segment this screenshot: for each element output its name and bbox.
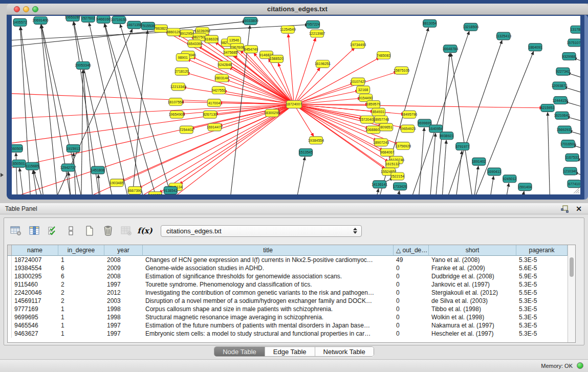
close-panel-icon[interactable]: ✕: [575, 205, 583, 213]
delete-icon[interactable]: [100, 223, 116, 238]
graph-node[interactable]: 8813054: [423, 19, 437, 27]
table-vertical-scrollbar[interactable]: [568, 245, 575, 342]
graph-node[interactable]: 1733426: [393, 183, 407, 190]
graph-node[interactable]: 10107427: [350, 78, 366, 85]
graph-node[interactable]: 1210340: [563, 167, 577, 175]
graph-node[interactable]: 18724007: [286, 101, 302, 108]
graph-node[interactable]: 13218506: [463, 23, 478, 31]
graph-node[interactable]: 9227342: [556, 68, 570, 75]
graph-node[interactable]: 9242848: [218, 61, 232, 69]
graph-node[interactable]: 9684067: [380, 149, 394, 157]
row-height-icon[interactable]: [63, 223, 79, 238]
graph-node[interactable]: 8267130: [203, 111, 217, 118]
graph-node[interactable]: 677410: [568, 180, 580, 188]
graph-node[interactable]: 1915913: [66, 145, 80, 152]
graph-node[interactable]: 15692931: [556, 126, 572, 134]
graph-node[interactable]: 7485083: [377, 52, 390, 59]
graph-node[interactable]: 850501: [12, 160, 26, 167]
graph-node[interactable]: 18495796: [401, 111, 417, 118]
graph-node[interactable]: 2718120: [175, 68, 189, 75]
tab-node-table[interactable]: Node Table: [214, 347, 265, 356]
column-header-out_de[interactable]: △ out_de…: [394, 245, 429, 256]
graph-node[interactable]: 8454749: [244, 46, 258, 53]
graph-node[interactable]: 9245012: [503, 175, 516, 183]
graph-node[interactable]: 19654903: [169, 111, 185, 118]
graph-node[interactable]: 1903485: [110, 179, 124, 187]
graph-node[interactable]: 1167533: [565, 154, 579, 161]
graph-node[interactable]: 16543392: [187, 40, 203, 48]
graph-node[interactable]: 1405572: [13, 18, 27, 26]
graph-node[interactable]: 1527602: [81, 16, 95, 22]
show-columns-icon[interactable]: [27, 223, 42, 238]
select-columns-icon[interactable]: [45, 223, 60, 238]
network-canvas[interactable]: 1872400778638228860128891295413226058982…: [12, 16, 580, 194]
panel-collapse-arrow-icon[interactable]: [1, 173, 4, 177]
table-mode-icon[interactable]: [8, 223, 24, 238]
graph-node[interactable]: 8186328: [205, 35, 219, 43]
table-row[interactable]: 1938455462009Genome-wide association stu…: [8, 264, 568, 272]
graph-node[interactable]: 10653287: [65, 16, 81, 21]
graph-node[interactable]: 6791977: [455, 143, 469, 150]
table-row[interactable]: 946554611997Estimation of the future num…: [8, 321, 568, 330]
graph-node[interactable]: 1690223: [148, 192, 162, 194]
graph-node[interactable]: 14136141: [372, 181, 387, 188]
scrollbar-thumb[interactable]: [570, 257, 574, 277]
new-column-icon[interactable]: [82, 223, 97, 238]
graph-node[interactable]: 17016504: [560, 140, 576, 148]
graph-node[interactable]: 1864091: [528, 43, 542, 51]
graph-node[interactable]: 12093872: [551, 82, 567, 90]
tab-edge-table[interactable]: Edge Table: [265, 347, 315, 356]
graph-node[interactable]: 12213987: [309, 30, 325, 37]
graph-node[interactable]: 10688609: [365, 126, 381, 134]
graph-node[interactable]: 18300295: [264, 109, 280, 117]
graph-node[interactable]: 7957224: [306, 20, 320, 28]
graph-node[interactable]: 9138542: [164, 187, 178, 194]
table-row[interactable]: 1830029562008Estimation of significance …: [8, 272, 568, 280]
tab-network-table[interactable]: Network Table: [315, 347, 374, 356]
graph-node[interactable]: 16033809: [243, 17, 258, 25]
graph-node[interactable]: 1615132: [385, 160, 399, 168]
graph-node[interactable]: 9427552: [212, 86, 226, 94]
graph-node[interactable]: 7863822: [154, 25, 168, 32]
graph-node[interactable]: 8860128: [167, 28, 181, 36]
graph-node[interactable]: 1451808: [91, 166, 105, 174]
table-row[interactable]: 969969511998Structural magnetic resonanc…: [8, 313, 568, 321]
graph-node[interactable]: 8667390: [128, 187, 142, 194]
graph-node[interactable]: 8215953: [540, 104, 554, 112]
graph-node[interactable]: 1115685: [26, 162, 39, 170]
graph-node[interactable]: 11325413: [496, 32, 512, 40]
graph-node[interactable]: 15751074: [567, 39, 580, 47]
column-header-year[interactable]: year: [104, 245, 143, 256]
column-header-short[interactable]: short: [429, 245, 516, 256]
graph-node[interactable]: 20691406: [32, 16, 48, 24]
table-row[interactable]: 2242004622012Investigating the contribut…: [8, 289, 568, 297]
table-row[interactable]: 977716911998Corpus callosum shape and si…: [8, 305, 568, 313]
graph-node[interactable]: 8938923: [440, 132, 453, 140]
float-panel-icon[interactable]: [560, 205, 569, 213]
graph-node[interactable]: 6466160: [97, 16, 111, 23]
graph-node[interactable]: 16914471: [207, 123, 223, 131]
graph-node[interactable]: 16648784: [442, 45, 458, 53]
graph-node[interactable]: 16210643: [554, 112, 570, 119]
column-header-name[interactable]: name: [12, 245, 58, 256]
graph-node[interactable]: 15875105: [394, 67, 409, 74]
graph-node[interactable]: 19654923: [400, 125, 416, 133]
graph-node[interactable]: 2060505: [12, 145, 23, 152]
graph-node[interactable]: 7515536: [141, 22, 155, 30]
graph-node[interactable]: 20053346: [75, 61, 91, 69]
column-header-in_degree[interactable]: in_degree: [58, 245, 104, 256]
graph-node[interactable]: 1588520: [270, 55, 284, 63]
graph-node[interactable]: 1690413: [487, 168, 501, 176]
import-table-icon[interactable]: [119, 223, 134, 238]
graph-node[interactable]: 1513545: [299, 149, 313, 157]
graph-node[interactable]: 12942737: [60, 164, 76, 171]
graph-node[interactable]: 1640954: [429, 125, 443, 133]
graph-node[interactable]: 18907243: [373, 139, 389, 146]
graph-node[interactable]: 32168: [357, 86, 370, 94]
graph-node[interactable]: 18957748: [373, 116, 389, 123]
graph-node[interactable]: 19734493: [350, 41, 366, 49]
table-row[interactable]: 946362711997Embryonic stem cells: a mode…: [8, 330, 568, 338]
graph-node[interactable]: 11254549: [280, 26, 296, 33]
function-builder-icon[interactable]: f(x): [137, 223, 153, 238]
graph-node[interactable]: 1317804: [570, 26, 580, 33]
